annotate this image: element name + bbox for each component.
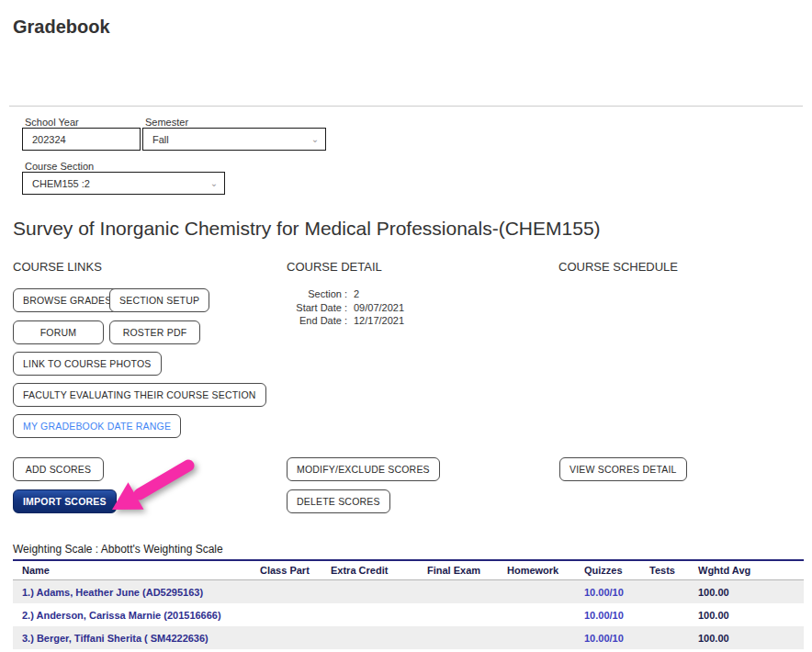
table-header-row: Name Class Part Extra Credit Final Exam … (13, 560, 804, 580)
delete-scores-button[interactable]: DELETE SCORES (287, 489, 390, 513)
detail-row-section: Section : 2 (276, 287, 413, 301)
student-name-link[interactable]: 3.) Berger, Tiffani Sherita ( SM4222636) (13, 633, 260, 644)
semester-select[interactable]: Fall ⌄ (142, 128, 326, 151)
student-name-link[interactable]: 1.) Adams, Heather June (AD5295163) (13, 587, 260, 598)
course-detail-block: Section : 2 Start Date : 09/07/2021 End … (276, 287, 413, 328)
grades-table: Name Class Part Extra Credit Final Exam … (13, 560, 804, 649)
col-header-final-exam: Final Exam (427, 565, 507, 576)
table-row: 1.) Adams, Heather June (AD5295163) 10.0… (13, 580, 804, 603)
detail-row-start-date: Start Date : 09/07/2021 (276, 301, 413, 315)
my-gradebook-date-range-button[interactable]: MY GRADEBOOK DATE RANGE (13, 414, 181, 438)
start-date-value: 09/07/2021 (354, 301, 413, 315)
col-header-wghtd-avg: Wghtd Avg (698, 565, 804, 576)
col-header-quizzes: Quizzes (584, 565, 649, 576)
section-setup-button[interactable]: SECTION SETUP (109, 288, 209, 312)
quizzes-score-link[interactable]: 10.00/10 (584, 587, 649, 598)
col-header-extra-credit: Extra Credit (331, 565, 427, 576)
browse-grades-button[interactable]: BROWSE GRADES (13, 288, 122, 312)
wghtd-avg-cell: 100.00 (698, 587, 804, 598)
page-title: Gradebook (13, 17, 110, 38)
top-divider (9, 106, 803, 107)
course-section-select[interactable]: CHEM155 :2 ⌄ (22, 172, 225, 195)
course-section-selected-value: CHEM155 :2 (32, 178, 90, 189)
school-year-input[interactable] (22, 128, 141, 151)
add-scores-button[interactable]: ADD SCORES (13, 457, 104, 481)
quizzes-score-link[interactable]: 10.00/10 (584, 633, 649, 644)
end-date-label: End Date : (276, 314, 347, 328)
section-label: Section : (276, 287, 347, 301)
quizzes-score-link[interactable]: 10.00/10 (584, 610, 649, 621)
detail-row-end-date: End Date : 12/17/2021 (276, 314, 413, 328)
wghtd-avg-cell: 100.00 (698, 633, 804, 644)
forum-button[interactable]: FORUM (13, 320, 104, 344)
table-row: 3.) Berger, Tiffani Sherita ( SM4222636)… (13, 626, 804, 649)
course-schedule-title: COURSE SCHEDULE (558, 260, 678, 274)
course-links-title: COURSE LINKS (13, 260, 102, 274)
chevron-down-icon: ⌄ (308, 129, 322, 150)
col-header-tests: Tests (649, 565, 698, 576)
roster-pdf-button[interactable]: ROSTER PDF (109, 320, 200, 344)
course-heading: Survey of Inorganic Chemistry for Medica… (13, 218, 601, 240)
table-row: 2.) Anderson, Carissa Marnie (201516666)… (13, 603, 804, 626)
student-name-link[interactable]: 2.) Anderson, Carissa Marnie (201516666) (13, 610, 260, 621)
weighting-scale-text: Weighting Scale : Abbott's Weighting Sca… (13, 543, 804, 561)
modify-exclude-scores-button[interactable]: MODIFY/EXCLUDE SCORES (287, 457, 440, 481)
school-year-label: School Year (25, 117, 79, 128)
wghtd-avg-cell: 100.00 (698, 610, 804, 621)
faculty-evaluating-button[interactable]: FACULTY EVALUATING THEIR COURSE SECTION (13, 383, 266, 407)
col-header-class-part: Class Part (260, 565, 331, 576)
col-header-name: Name (13, 565, 260, 576)
end-date-value: 12/17/2021 (354, 314, 413, 328)
col-header-homework: Homework (507, 565, 584, 576)
semester-label: Semester (145, 117, 188, 128)
semester-selected-value: Fall (152, 134, 169, 145)
gradebook-page: Gradebook School Year Semester Fall ⌄ Co… (0, 0, 812, 652)
chevron-down-icon: ⌄ (207, 173, 221, 194)
course-detail-title: COURSE DETAIL (287, 260, 382, 274)
section-value: 2 (354, 287, 413, 301)
table-body: 1.) Adams, Heather June (AD5295163) 10.0… (13, 580, 804, 649)
link-to-course-photos-button[interactable]: LINK TO COURSE PHOTOS (13, 352, 162, 376)
view-scores-detail-button[interactable]: VIEW SCORES DETAIL (559, 457, 687, 481)
import-scores-button[interactable]: IMPORT SCORES (13, 489, 117, 513)
course-section-label: Course Section (25, 161, 94, 172)
start-date-label: Start Date : (276, 301, 347, 315)
